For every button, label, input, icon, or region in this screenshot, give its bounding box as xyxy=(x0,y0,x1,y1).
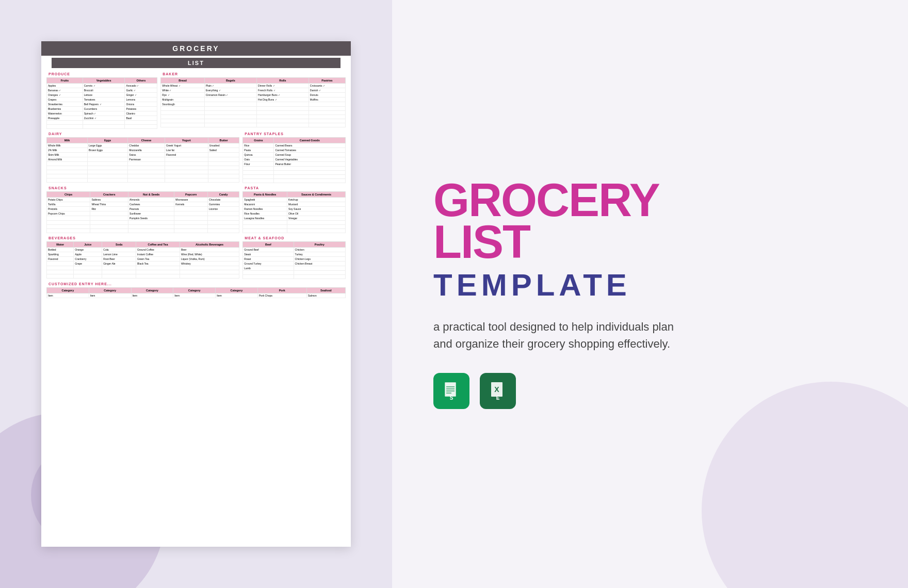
excel-icon[interactable]: X E xyxy=(480,373,516,409)
baker-table: BreadBagelsRollsPastries Whole Wheat ✓Pl… xyxy=(160,77,346,127)
doc-title-list: LIST xyxy=(52,58,340,68)
svg-rect-3 xyxy=(446,388,455,389)
meat-header: MEAT & SEAFOOD xyxy=(242,235,346,241)
doc-title-grocery: GROCERY xyxy=(41,41,351,56)
svg-text:S: S xyxy=(450,395,453,401)
pasta-header: PASTA xyxy=(242,185,346,191)
svg-text:X: X xyxy=(494,385,499,394)
left-panel: GROCERY LIST PRODUCE FruitsVegetablesOth… xyxy=(0,0,392,588)
svg-text:E: E xyxy=(496,395,500,401)
dairy-header: DAIRY xyxy=(46,131,239,137)
dairy-table: MilkEggsCheeseYogurtButter Whole MilkLar… xyxy=(46,137,239,183)
pantry-header: PANTRY STAPLES xyxy=(242,131,346,137)
pantry-table: GrainsCanned Goods RiceCanned Beans Past… xyxy=(242,137,346,183)
meat-table: BeefPoultry Ground BeefChicken SteakTurk… xyxy=(242,241,346,279)
custom-table: CategoryCategoryCategoryCategoryCategory… xyxy=(46,287,346,298)
right-title-template: TEMPLATE xyxy=(433,267,877,303)
right-title-grocery: GROCERY xyxy=(433,179,877,221)
custom-header: CUSTOMIZED ENTRY HERE... xyxy=(46,281,346,287)
snacks-header: SNACKS xyxy=(46,185,239,191)
produce-header: PRODUCE xyxy=(46,71,157,77)
icon-row: S X E xyxy=(433,373,877,409)
right-panel: GROCERY LIST TEMPLATE a practical tool d… xyxy=(392,0,908,588)
svg-rect-5 xyxy=(446,393,451,394)
right-description: a practical tool designed to help indivi… xyxy=(433,318,681,352)
document-preview: GROCERY LIST PRODUCE FruitsVegetablesOth… xyxy=(41,41,351,547)
right-title-area: GROCERY LIST TEMPLATE xyxy=(433,179,877,318)
beverages-table: WaterJuiceSodaCoffee and TeaAlcoholic Be… xyxy=(46,241,239,279)
svg-rect-4 xyxy=(446,390,455,391)
beverages-header: BEVERAGES xyxy=(46,235,239,241)
snacks-table: ChipsCrackersNut & SeedsPopcornCandy Pot… xyxy=(46,191,239,233)
produce-table: FruitsVegetablesOthers ApplesCarrots ✓Av… xyxy=(46,77,157,129)
baker-header: BAKER xyxy=(160,71,346,77)
svg-rect-2 xyxy=(446,386,455,387)
google-sheets-icon[interactable]: S xyxy=(433,373,469,409)
right-title-list: LIST xyxy=(433,221,877,263)
pasta-table: Pasta & NoodlesSauces & Condiments Spagh… xyxy=(242,191,346,233)
